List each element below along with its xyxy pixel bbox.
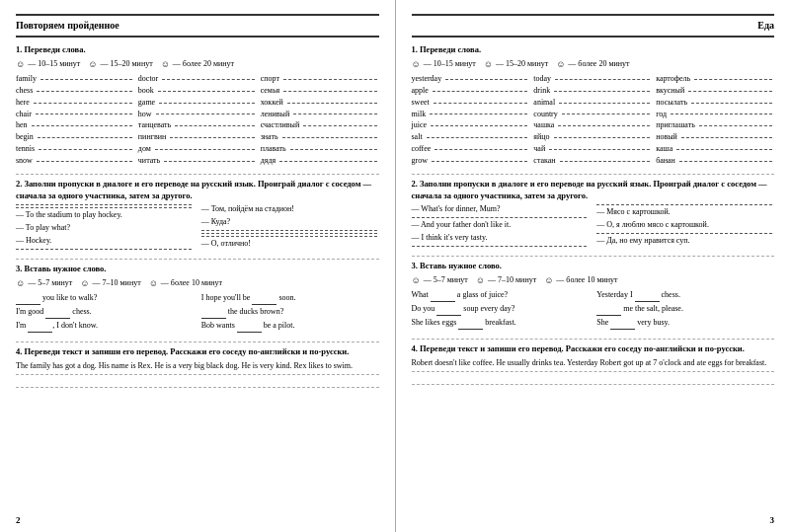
right-dialogue-left: — What's for dinner, Mum? — And your fat… — [412, 204, 590, 248]
right-s3-col2: Yesterday I chess. me the salt, please. … — [596, 290, 774, 331]
dialogue-line: — I think it's very tasty. — [412, 233, 590, 244]
left-time1: ☺— 10–15 минут — [16, 58, 80, 70]
fill-line: Yesterday I chess. — [596, 290, 774, 302]
right-section1: 1. Переведи слова. ☺— 10–15 минут ☺— 15–… — [412, 44, 775, 168]
right-header-title: Еда — [757, 19, 774, 33]
fill-line: me the salt, please. — [596, 304, 774, 316]
left-s4-text: The family has got a dog. His name is Re… — [16, 360, 379, 375]
dialogue-line — [16, 204, 194, 205]
fill-line: I'm , I don't know. — [16, 321, 194, 333]
dialogue-line — [596, 233, 774, 234]
word-row: посылать — [656, 98, 774, 109]
dialogue-line: — Да, но ему нравится суп. — [596, 236, 774, 247]
word-row: дом — [138, 144, 257, 155]
word-row: begin — [16, 132, 134, 143]
word-row: новый — [656, 132, 774, 143]
word-row: семья — [261, 86, 379, 97]
left-s3-col2: I hope you'll be soon. the ducks brown? … — [201, 293, 379, 334]
right-section2: 2. Заполни пропуски в диалоге и его пере… — [412, 179, 775, 248]
left-dialogue-left: — To the stadium to play hockey. — To pl… — [16, 204, 194, 251]
word-row: hen — [16, 120, 134, 131]
word-row: snow — [16, 156, 134, 167]
right-s3-col1: What a glass of juice? Do you soup every… — [412, 290, 590, 331]
word-row: дядя — [261, 156, 379, 167]
smiley2: ☺ — [88, 58, 97, 70]
fill-line: Bob wants be a pilot. — [201, 321, 379, 333]
word-row: sweet — [412, 98, 530, 109]
right-s1-title: 1. Переведи слова. — [412, 44, 775, 55]
left-section3: 3. Вставь нужное слово. ☺— 5–7 минут ☺— … — [16, 264, 379, 335]
right-s4-title: 4. Переведи текст и запиши его перевод. … — [412, 343, 775, 354]
word-row: пингвин — [138, 132, 257, 143]
word-row: чай — [533, 144, 652, 155]
dialogue-line: — Мясо с картошкой. — [596, 207, 774, 218]
right-s3-times: ☺— 5–7 минут ☺— 7–10 минут ☺— более 10 м… — [412, 274, 775, 286]
right-time2: ☺— 15–20 минут — [484, 58, 548, 70]
word-row: картофель — [656, 74, 774, 85]
left-dialogue: — To the stadium to play hockey. — To pl… — [16, 204, 379, 251]
left-section4: 4. Переведи текст и запиши его перевод. … — [16, 346, 379, 388]
right-divider1 — [412, 174, 775, 175]
right-time3: ☺— более 20 минут — [556, 58, 629, 70]
dialogue-line: — To the stadium to play hockey. — [16, 210, 194, 221]
dialogue-line: — Hockey. — [16, 236, 194, 247]
word-row: book — [138, 86, 257, 97]
right-s3-time1: ☺— 5–7 минут — [412, 274, 468, 286]
word-row: читать — [138, 156, 257, 167]
word-row: яйцо — [533, 132, 652, 143]
right-header: Еда — [412, 14, 775, 38]
word-row: animal — [533, 98, 652, 109]
dialogue-line: — О, я люблю мясо с картошкой. — [596, 220, 774, 231]
word-row: here — [16, 98, 134, 109]
smiley3: ☺ — [161, 58, 170, 70]
word-row: yesterday — [412, 74, 530, 85]
book-spread: Повторяем пройденное 1. Переведи слова. … — [0, 0, 790, 532]
right-time1: ☺— 10–15 минут — [412, 58, 476, 70]
dialogue-line — [201, 233, 379, 234]
fill-line: the ducks brown? — [201, 307, 379, 319]
left-col1: family chess here chair hen begin tennis… — [16, 74, 134, 167]
left-time3: ☺— более 20 минут — [161, 58, 234, 70]
left-s2-title: 2. Заполни пропуски в диалоге и его пере… — [16, 179, 379, 201]
word-row: хоккей — [261, 98, 379, 109]
word-row: country — [533, 110, 652, 120]
left-time2: ☺— 15–20 минут — [88, 58, 152, 70]
dialogue-line — [16, 249, 194, 250]
right-s3-title: 3. Вставь нужное слово. — [412, 261, 775, 271]
word-row: стакан — [533, 156, 652, 167]
word-row: чашка — [533, 120, 652, 131]
word-row: family — [16, 74, 134, 85]
dialogue-line — [412, 246, 590, 247]
word-row: спорт — [261, 74, 379, 85]
word-row-coffee: coffee — [412, 144, 530, 155]
left-s3-time1: ☺— 5–7 минут — [16, 277, 72, 289]
divider1 — [16, 174, 379, 175]
word-row: drink — [533, 86, 652, 97]
right-s3-time2: ☺— 7–10 минут — [476, 274, 536, 286]
word-row: год — [656, 110, 774, 120]
right-s2-title: 2. Заполни пропуски в диалоге и его пере… — [412, 179, 775, 201]
word-row: chair — [16, 110, 134, 120]
left-s3-grid: you like to walk? I'm good chess. I'm , … — [16, 293, 379, 334]
right-divider3 — [412, 339, 775, 340]
right-section4: 4. Переведи текст и запиши его перевод. … — [412, 343, 775, 385]
right-s3-grid: What a glass of juice? Do you soup every… — [412, 290, 775, 331]
answer-line — [16, 378, 379, 388]
left-s3-title: 3. Вставь нужное слово. — [16, 264, 379, 274]
dialogue-line — [201, 230, 379, 231]
left-word-grid: family chess here chair hen begin tennis… — [16, 74, 379, 167]
word-row: плавать — [261, 144, 379, 155]
word-row: знать — [261, 132, 379, 143]
divider2 — [16, 259, 379, 260]
page-left: Повторяем пройденное 1. Переведи слова. … — [0, 0, 396, 532]
right-col3: картофель вкусный посылать год приглашат… — [656, 74, 774, 167]
dialogue-line: — Куда? — [201, 217, 379, 228]
fill-line: I hope you'll be soon. — [201, 293, 379, 305]
word-row: банан — [656, 156, 774, 167]
word-row: каша — [656, 144, 774, 155]
word-row: game — [138, 98, 257, 109]
left-s3-time3: ☺— более 10 минут — [149, 277, 222, 289]
left-s1-title: 1. Переведи слова. — [16, 44, 379, 55]
word-row: how — [138, 110, 257, 120]
word-row: chess — [16, 86, 134, 97]
